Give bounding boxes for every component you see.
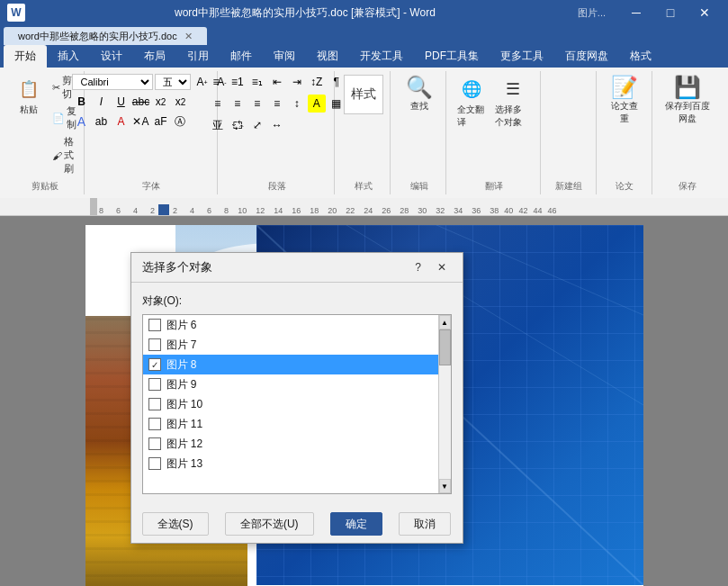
tab-view[interactable]: 视图	[306, 45, 349, 68]
list-item-label: 图片 9	[166, 377, 197, 392]
list-item[interactable]: 图片 9	[143, 374, 438, 394]
tab-more[interactable]: 更多工具	[490, 45, 554, 68]
paste-icon: 📋	[14, 75, 43, 104]
save-baidu-button[interactable]: 💾 保存到百度网盘	[660, 73, 715, 129]
styles-gallery-button[interactable]: 样式	[340, 73, 387, 116]
numbering-button[interactable]: ≡1	[229, 73, 247, 91]
ruler-indent[interactable]	[158, 204, 169, 215]
save-label: 保存	[679, 176, 697, 193]
tab-home[interactable]: 开始	[4, 45, 47, 68]
strikethrough-button[interactable]: abc	[131, 93, 149, 111]
list-item-label: 图片 13	[166, 456, 203, 472]
paste-button[interactable]: 📋 粘贴	[11, 73, 47, 118]
document-tab[interactable]: word中那些被忽略的实用小技巧.doc ✕	[4, 27, 207, 45]
find-button[interactable]: 🔍 查找	[400, 73, 439, 116]
chinese-layout-button[interactable]: 亚	[209, 116, 227, 134]
group-new: 新建组	[543, 71, 597, 194]
tab-pdf[interactable]: PDF工具集	[414, 45, 490, 68]
scroll-up-button[interactable]: ▲	[439, 315, 451, 329]
select-objects-button[interactable]: ☰ 选择多个对象	[491, 73, 534, 131]
phonetic-button[interactable]: aF	[151, 113, 169, 131]
clear-format-button[interactable]: ✕A	[131, 113, 149, 131]
distribute-button[interactable]: ↔	[268, 116, 286, 134]
full-translate-button[interactable]: 🌐 全文翻译	[454, 73, 490, 131]
tab-mail[interactable]: 邮件	[220, 45, 263, 68]
list-item-label: 图片 11	[166, 417, 203, 432]
tab-references[interactable]: 引用	[176, 45, 220, 68]
align-center-button[interactable]: ≡	[229, 95, 247, 113]
align-left-button[interactable]: ≡	[209, 95, 227, 113]
bold-button[interactable]: B	[72, 93, 90, 111]
font-name-select[interactable]: Calibri	[72, 74, 153, 90]
text-effect-button[interactable]: A	[72, 113, 90, 131]
enclosed-button[interactable]: Ⓐ	[171, 113, 189, 131]
increase-indent-button[interactable]: ⇥	[288, 73, 306, 91]
list-item[interactable]: 图片 8	[143, 355, 438, 374]
text-highlight-button[interactable]: ab	[92, 113, 110, 131]
list-item-checkbox[interactable]	[148, 378, 161, 391]
maximize-button[interactable]: □	[654, 0, 687, 25]
list-item-checkbox[interactable]	[148, 319, 161, 331]
superscript-button[interactable]: x2	[171, 93, 189, 111]
list-item[interactable]: 图片 11	[143, 414, 438, 434]
word-logo: W	[7, 4, 25, 22]
copy-icon: 📄	[52, 113, 65, 124]
tab-developer[interactable]: 开发工具	[349, 45, 414, 68]
styles-preview: 样式	[344, 75, 383, 114]
dialog-controls: ? ✕	[409, 258, 452, 276]
list-item-checkbox[interactable]	[148, 358, 161, 371]
multilevel-button[interactable]: ≡₁	[248, 73, 266, 91]
select-all-button[interactable]: 全选(S)	[142, 512, 209, 536]
align-right-button[interactable]: ≡	[248, 95, 266, 113]
underline-button[interactable]: U	[112, 93, 130, 111]
text-wrap-button[interactable]: ⤢	[248, 116, 266, 134]
list-item-checkbox[interactable]	[148, 457, 161, 470]
italic-button[interactable]: I	[92, 93, 110, 111]
list-scrollbar[interactable]: ▲ ▼	[438, 315, 451, 493]
bullets-button[interactable]: ≡·	[209, 73, 227, 91]
scroll-thumb[interactable]	[439, 329, 451, 365]
font-label: 字体	[142, 176, 160, 193]
list-item[interactable]: 图片 10	[143, 394, 438, 414]
list-item-checkbox[interactable]	[148, 437, 161, 450]
font-color-button[interactable]: A	[112, 113, 130, 131]
close-button[interactable]: ✕	[688, 0, 721, 25]
deselect-all-button[interactable]: 全部不选(U)	[225, 512, 314, 536]
document-page: ⚓ 选择多个对象 ? ✕ 对象(O):	[85, 225, 643, 586]
tab-format[interactable]: 格式	[619, 45, 662, 68]
tab-design[interactable]: 设计	[90, 45, 133, 68]
shading-button[interactable]: A	[308, 95, 326, 113]
cancel-button[interactable]: 取消	[399, 512, 451, 536]
tab-insert[interactable]: 插入	[47, 45, 90, 68]
list-item[interactable]: 图片 7	[143, 335, 438, 355]
line-spacing-button[interactable]: ↕	[288, 95, 306, 113]
list-item-label: 图片 8	[166, 357, 197, 373]
text-direction-button[interactable]: ⮔	[229, 116, 247, 134]
tab-layout[interactable]: 布局	[133, 45, 176, 68]
list-item[interactable]: 图片 12	[143, 434, 438, 454]
list-item-label: 图片 7	[166, 338, 197, 353]
list-item-checkbox[interactable]	[148, 338, 161, 351]
tab-review[interactable]: 审阅	[263, 45, 306, 68]
font-size-select[interactable]: 五号	[155, 74, 191, 90]
subscript-button[interactable]: x2	[151, 93, 169, 111]
tab-close[interactable]: ✕	[184, 31, 193, 42]
sort-button[interactable]: ↕Z	[308, 73, 326, 91]
ribbon-content: 📋 粘贴 ✂剪切 📄复制 🖌格式刷 剪贴板 Calibri 五号 A+ A-	[0, 68, 728, 198]
list-item-checkbox[interactable]	[148, 398, 161, 410]
list-item[interactable]: 图片 6	[143, 315, 438, 335]
ribbon-tab-bar: 开始 插入 设计 布局 引用 邮件 审阅 视图 开发工具 PDF工具集 更多工具…	[0, 45, 728, 68]
dialog-help-button[interactable]: ?	[409, 258, 428, 276]
dialog-title-text: 选择多个对象	[142, 259, 212, 275]
decrease-indent-button[interactable]: ⇤	[268, 73, 286, 91]
list-item[interactable]: 图片 13	[143, 454, 438, 473]
list-item-checkbox[interactable]	[148, 418, 161, 430]
scroll-down-button[interactable]: ▼	[439, 479, 451, 493]
paper-check-button[interactable]: 📝 论文查重	[604, 73, 646, 129]
minimize-button[interactable]: ─	[620, 0, 652, 25]
ok-button[interactable]: 确定	[330, 512, 382, 536]
justify-button[interactable]: ≡	[268, 95, 286, 113]
tab-baidu[interactable]: 百度网盘	[554, 45, 619, 68]
dialog-close-button[interactable]: ✕	[432, 258, 452, 276]
document-area: ⚓ 选择多个对象 ? ✕ 对象(O):	[0, 216, 728, 586]
